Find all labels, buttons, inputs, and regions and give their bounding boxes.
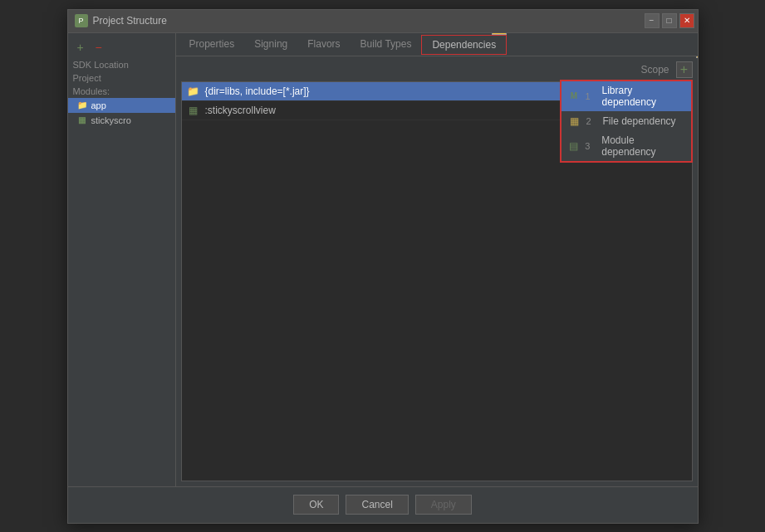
tab-signing[interactable]: Signing: [244, 33, 297, 56]
window-title: Project Structure: [93, 15, 167, 27]
cancel-button[interactable]: Cancel: [346, 495, 408, 515]
sidebar-item-sticky-label: stickyscro: [91, 115, 131, 125]
folder-icon: 📁: [76, 100, 88, 111]
dependencies-panel: Scope + 2 M 1 Library dependency: [176, 56, 698, 486]
annotation-2: 2: [696, 56, 698, 58]
sdk-location-label: SDK Location: [68, 58, 175, 71]
scope-header: Scope: [640, 64, 669, 76]
project-structure-window: P Project Structure − □ ✕ + − SDK Locati…: [67, 9, 699, 524]
add-module-button[interactable]: +: [73, 40, 88, 55]
ok-button[interactable]: OK: [293, 495, 339, 515]
dependency-type-dropdown: M 1 Library dependency ▦ 2 File dependen…: [560, 80, 693, 163]
dropdown-item-1-label: Library dependency: [602, 85, 684, 108]
tab-build-types[interactable]: Build Types: [351, 33, 422, 56]
dropdown-item-library[interactable]: M 1 Library dependency: [561, 81, 691, 111]
dropdown-item-2-label: File dependency: [603, 115, 676, 127]
maximize-button[interactable]: □: [662, 13, 677, 28]
module-dep-icon: ▤: [568, 139, 581, 153]
library-dep-icon: M: [568, 90, 581, 103]
title-bar: P Project Structure − □ ✕: [68, 10, 698, 33]
sidebar: + − SDK Location Project Modules: 📁 app …: [68, 33, 176, 486]
dropdown-item-file[interactable]: ▦ 2 File dependency: [561, 111, 691, 131]
module-icon: ▦: [76, 115, 88, 126]
sidebar-item-stickyscrollview[interactable]: ▦ stickyscro: [68, 113, 175, 128]
tab-flavors[interactable]: Flavors: [297, 33, 350, 56]
file-dep-icon: ▦: [568, 115, 581, 128]
annotation-1: 1: [492, 33, 507, 35]
minimize-button[interactable]: −: [645, 13, 660, 28]
sidebar-item-app[interactable]: 📁 app: [68, 98, 175, 113]
dropdown-item-module[interactable]: ▤ 3 Module dependency: [561, 131, 691, 161]
dropdown-item-3-label: Module dependency: [601, 134, 684, 158]
tabs-bar: Properties Signing Flavors Build Types D…: [176, 33, 698, 56]
window-icon: P: [75, 14, 88, 27]
dropdown-item-3-num: 3: [585, 141, 596, 151]
main-area: Properties Signing Flavors Build Types D…: [176, 33, 698, 486]
main-content: + − SDK Location Project Modules: 📁 app …: [68, 33, 698, 486]
modules-label: Modules:: [68, 85, 175, 98]
tab-properties[interactable]: Properties: [179, 33, 245, 56]
add-dependency-button[interactable]: +: [676, 61, 693, 78]
close-button[interactable]: ✕: [679, 13, 694, 28]
remove-module-button[interactable]: −: [91, 40, 106, 55]
project-label: Project: [68, 71, 175, 85]
libs-icon: 📁: [187, 85, 200, 98]
apply-button[interactable]: Apply: [415, 495, 472, 515]
tab-dependencies[interactable]: Dependencies: [421, 35, 507, 55]
dropdown-item-1-num: 1: [586, 91, 597, 101]
dropdown-item-2-num: 2: [586, 116, 598, 126]
add-dependency-container: + 2 M 1 Library dependency ▦ 2: [676, 61, 693, 78]
dep-toolbar: Scope + 2 M 1 Library dependency: [181, 61, 693, 78]
window-controls: − □ ✕: [645, 13, 694, 28]
bottom-bar: OK Cancel Apply: [68, 486, 698, 523]
sidebar-item-app-label: app: [91, 100, 106, 110]
sidebar-toolbar: + −: [68, 37, 175, 58]
tab-dependencies-container: Dependencies 1: [421, 35, 507, 54]
sticky-icon: ▦: [187, 104, 200, 117]
